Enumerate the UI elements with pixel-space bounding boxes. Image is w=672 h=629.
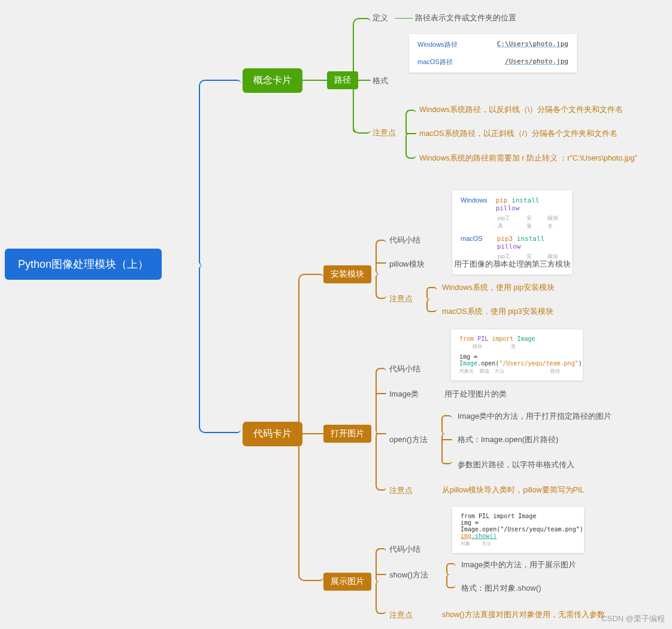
open-node[interactable]: 打开图片 [323, 425, 371, 443]
install-win: Windows [461, 196, 488, 204]
concept-note-label: 注意点 [373, 128, 396, 138]
path-str: "/Users/yequ/team.png" [499, 360, 578, 367]
pil: PIL [477, 335, 488, 342]
image-cls2: Image [459, 360, 477, 367]
r2: 安装 [526, 214, 537, 230]
def-text: 路径表示文件或文件夹的位置 [415, 13, 516, 23]
pip3: pip3 [497, 235, 513, 243]
install-node[interactable]: 安装模块 [323, 265, 371, 283]
mac-label: macOS路径 [417, 58, 453, 66]
img-var: img [459, 353, 470, 360]
concept-note-3: Windows系统的路径前需要加 r 防止转义 ：r"C:\Users\phot… [419, 153, 637, 164]
open-bill: from PIL import Image 模块 类 img = Image.o… [451, 329, 583, 380]
show-bill: from PIL import Image img = Image.open("… [452, 507, 584, 553]
path-node[interactable]: 路径 [327, 71, 358, 89]
from-kw: from [459, 335, 474, 342]
install-kw: install [511, 196, 539, 204]
watermark: CSDN @栗子编程 [601, 613, 665, 624]
format-label: 格式 [373, 75, 388, 86]
pip: pip [496, 196, 508, 204]
import-kw: import [492, 335, 513, 342]
install-kw2: install [517, 235, 544, 243]
install-note-label: 注意点 [389, 294, 413, 304]
show-l1: from PIL import Image [461, 513, 576, 519]
code-card[interactable]: 代码卡片 [243, 422, 302, 446]
show-summary: 代码小结 [389, 544, 420, 555]
show-node[interactable]: 展示图片 [323, 573, 371, 591]
show-note-text: show()方法直接对图片对象使用，无需传入参数 [442, 610, 605, 620]
image-class-label: Image类 [389, 389, 419, 400]
eq: = [474, 353, 477, 360]
install-note-1: Windows系统，使用 pip安装模块 [442, 283, 555, 293]
open-method-n1: Image类中的方法，用于打开指定路径的图片 [458, 411, 612, 422]
show-method-n1: Image类中的方法，用于展示图片 [461, 560, 576, 570]
mac-val: /Users/photo.jpg [505, 58, 568, 66]
show-l3b: .show() [471, 533, 497, 539]
pkg: pillow [496, 204, 520, 212]
dot-open: .open( [477, 360, 499, 367]
r1: pip工具 [498, 214, 516, 230]
open-note-label: 注意点 [389, 485, 413, 496]
open-note-text: 从pillow模块导入类时，pillow要简写为PIL [442, 485, 584, 495]
concept-note-1: Windows系统路径，以反斜线（\）分隔各个文件夹和文件名 [419, 105, 623, 115]
show-l3a: img [461, 533, 471, 539]
rub3: 对象名 [459, 368, 474, 374]
open-method-n3: 参数图片路径，以字符串格式传入 [458, 459, 574, 470]
show-method-n2: 格式：图片对象.show() [461, 583, 541, 594]
open-method-label: open()方法 [389, 434, 428, 445]
rub5: 方法 [495, 368, 504, 374]
open-method-n2: 格式：Image.open(图片路径) [458, 434, 558, 445]
image-class-text: 用于处理图片的类 [444, 389, 507, 400]
show-r2: 方法 [482, 541, 491, 546]
show-r1: 对象 [461, 541, 470, 546]
image-cls: Image [517, 335, 535, 342]
install-mac: macOS [461, 235, 483, 242]
show-note-label: 注意点 [389, 610, 413, 621]
rub4: 赋值 [480, 368, 489, 374]
install-summary: 代码小结 [389, 235, 420, 246]
install-note-2: macOS系统，使用 pip3安装模块 [442, 307, 553, 317]
concept-card[interactable]: 概念卡片 [243, 68, 302, 93]
close-paren: ) [579, 360, 582, 367]
rub6: 路径 [550, 368, 560, 374]
root-node[interactable]: Python图像处理模块（上） [5, 249, 162, 280]
open-summary: 代码小结 [389, 364, 420, 374]
def-label: 定义 [373, 13, 388, 23]
path-format-bill: Windows路径 C:\Users\photo.jpg macOS路径 /Us… [409, 34, 577, 72]
pkg2: pillow [497, 243, 521, 250]
show-method-label: show()方法 [389, 570, 428, 580]
r3: 模块名 [547, 214, 564, 230]
win-val: C:\Users\photo.jpg [497, 40, 568, 49]
rub1: 模块 [473, 344, 482, 349]
concept-note-2: macOS系统路径，以正斜线（/）分隔各个文件夹和文件名 [419, 129, 617, 139]
pillow-label: pillow模块 [389, 259, 425, 270]
rub2: 类 [511, 344, 516, 349]
win-label: Windows路径 [417, 40, 458, 49]
pillow-text: 用于图像的基本处理的第三方模块 [454, 259, 571, 270]
show-l2: img = Image.open("/Users/yequ/team.png") [461, 519, 576, 533]
